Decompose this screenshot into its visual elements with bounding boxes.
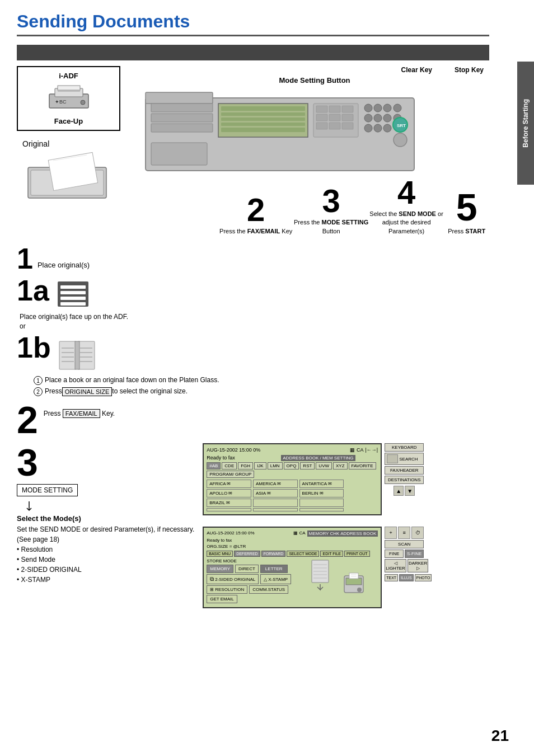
- lcd1-tab-fgh[interactable]: FGH: [238, 462, 253, 469]
- bullet4: • X-STAMP: [17, 576, 50, 584]
- lcd2-tab-forward[interactable]: FORWARD: [261, 551, 286, 557]
- lcd2-lighter-btn[interactable]: ◁ LIGHTER: [385, 559, 406, 572]
- lcd1-row3: BRAZIL ✉: [207, 499, 344, 507]
- svg-rect-43: [151, 104, 213, 112]
- lcd2-tab-select[interactable]: SELECT MODE: [287, 551, 319, 557]
- lcd2-darker-btn[interactable]: DARKER ▷: [407, 559, 428, 572]
- lcd2-direct-btn[interactable]: DIRECT: [235, 565, 259, 573]
- step1-number: 1: [17, 244, 33, 273]
- lcd2-letter-btn[interactable]: LETTER: [260, 565, 288, 573]
- step2-bold1: FAX/EMAIL: [247, 228, 280, 234]
- lcd2-fine-row: FINE S-FINE: [385, 550, 424, 558]
- svg-point-37: [374, 124, 382, 132]
- lcd1-cell-empty2: [299, 499, 344, 507]
- original-label: Original: [22, 139, 129, 148]
- lcd2-memory-btn[interactable]: MEMORY: [207, 565, 233, 573]
- lcd2-status: Ready to fax: [207, 538, 378, 543]
- lcd2-illus-icon[interactable]: ILLUS: [399, 574, 413, 581]
- step5-desc: Press START: [444, 227, 489, 236]
- lcd2-add-btn[interactable]: +: [385, 527, 397, 539]
- step2-content: Press FAX/EMAIL Key.: [44, 409, 115, 418]
- lcd2-commstatus-btn[interactable]: COMM.STATUS: [249, 585, 288, 594]
- lcd1-cell-africa[interactable]: AFRICA ✉: [207, 480, 251, 488]
- step2-area: 2 Press FAX/EMAIL Key.: [17, 401, 489, 439]
- lcd1-cell-berlin[interactable]: BERLIN ✉: [299, 489, 344, 497]
- lcd2-tab-edit[interactable]: EDIT FILE: [320, 551, 343, 557]
- lcd2-sidebar: + ≡ ⏱ SCAN FINE S-FINE ◁ LIGHTER DARKER …: [385, 527, 424, 581]
- lcd1-cell-asia[interactable]: ASIA ✉: [253, 489, 298, 497]
- step4-item: 4 Select the SEND MODE or adjust the des…: [369, 176, 444, 236]
- lcd2-scan-btn[interactable]: SCAN: [385, 540, 424, 548]
- lcd2-xstamp-btn[interactable]: △ X-STAMP: [260, 574, 291, 584]
- lcd1-tab-xyz[interactable]: XYZ: [333, 462, 348, 469]
- lcd1-status-text: Ready to fax: [207, 455, 235, 461]
- svg-point-34: [383, 114, 391, 122]
- lcd1-fax-header-btn[interactable]: FAX/HEADER: [385, 466, 424, 475]
- bullet2: • Send Mode: [17, 556, 55, 564]
- lcd1-tab-ijk[interactable]: IJK: [254, 462, 266, 469]
- lcd1-nav-arrows: ▲ ▼: [385, 486, 424, 496]
- lcd1-tab-fav[interactable]: FAVORITE: [349, 462, 376, 469]
- lcd2-sfine-btn[interactable]: S-FINE: [405, 550, 424, 558]
- step1b-instructions: 1 Place a book or an original face down …: [34, 376, 489, 396]
- page-title: Sending Documents: [17, 11, 489, 36]
- lcd1-tab-prog[interactable]: PROGRAM/ GROUP: [207, 471, 254, 478]
- svg-rect-20: [329, 106, 340, 112]
- lcd1-cell-antartica[interactable]: ANTARTICA ✉: [299, 480, 344, 488]
- mode-setting-label: Mode Setting Button: [140, 76, 489, 84]
- lcd2-fine-btn[interactable]: FINE: [385, 550, 404, 558]
- lcd2-remove-btn[interactable]: ≡: [398, 527, 410, 539]
- fax-email-button[interactable]: FAX/EMAIL: [63, 409, 100, 418]
- lcd2-tab-deferred[interactable]: DEFERRED: [234, 551, 260, 557]
- lcd2-tab-print[interactable]: PRINT OUT: [344, 551, 370, 557]
- lcd2-tab-basic[interactable]: BASIC MNU: [207, 551, 233, 557]
- lcd1-tab-cde[interactable]: CDE: [222, 462, 237, 469]
- lcd2-text-icon[interactable]: TEXT: [385, 574, 398, 581]
- step3-bold1: MODE SETTING: [322, 219, 369, 226]
- mode-setting-arrow: [22, 500, 36, 511]
- lcd1-search-btn[interactable]: SEARCH: [399, 457, 418, 462]
- select-mode-text1: Set the SEND MODE or desired Parameter(s…: [17, 525, 194, 533]
- lcd1-tab-uvw[interactable]: UVW: [316, 462, 332, 469]
- iadf-label: i-ADF: [22, 72, 115, 80]
- lcd2-resolution-btn[interactable]: ⊞ RESOLUTION: [207, 585, 247, 594]
- machine-labels: Clear Key Stop Key: [140, 66, 489, 74]
- original-size-button[interactable]: ORIGINAL SIZE: [62, 387, 113, 396]
- lcd1-tab-ab[interactable]: #AB: [207, 462, 221, 469]
- svg-rect-44: [151, 114, 213, 122]
- lcd1-search-area: SEARCH: [385, 453, 424, 465]
- svg-rect-25: [316, 123, 327, 129]
- lcd1: AUG-15-2002 15:00 0% ▦ CA |←→| Ready to …: [203, 443, 382, 515]
- lcd1-destinations-btn[interactable]: DESTINATIONS: [385, 476, 424, 484]
- step3-desc: Press the MODE SETTING Button: [293, 218, 368, 236]
- svg-point-33: [374, 114, 382, 122]
- svg-rect-15: [221, 118, 305, 121]
- lcd1-row1: AFRICA ✉ AMERICA ✉ ANTARTICA ✉: [207, 480, 344, 488]
- steps-row: 2 Press the FAX/EMAIL Key 3 Press the MO…: [140, 176, 489, 236]
- svg-rect-49: [60, 297, 86, 300]
- lcd1-cell-america[interactable]: AMERICA ✉: [253, 480, 298, 488]
- lcd2-sided-btn[interactable]: ⧉ 2-SIDED ORIGINAL: [207, 574, 259, 584]
- lcd2-getemail-btn[interactable]: GET EMAIL: [207, 595, 237, 603]
- svg-point-30: [383, 104, 391, 112]
- lcd1-cell-brazil[interactable]: BRAZIL ✉: [207, 499, 251, 507]
- lcd1-tab-rst[interactable]: RST: [300, 462, 315, 469]
- lcd1-datetime: AUG-15-2002 15:00 0%: [207, 447, 260, 453]
- lcd1-search-icon: [387, 454, 398, 463]
- lcd2-time-btn[interactable]: ⏱: [411, 527, 424, 539]
- lcd1-header: AUG-15-2002 15:00 0% ▦ CA |←→|: [207, 447, 378, 453]
- step1a-icon: [55, 279, 91, 311]
- lcd1-down-arrow[interactable]: ▼: [405, 486, 415, 496]
- lcd1-header-icons: ▦ CA |←→|: [350, 447, 378, 453]
- lcd2-2sided-text: 2-SIDED ORIGINAL: [215, 577, 255, 582]
- svg-rect-19: [316, 106, 327, 112]
- lcd2-arrows-top: + ≡ ⏱: [385, 527, 424, 539]
- svg-rect-16: [221, 123, 305, 126]
- lcd1-up-arrow[interactable]: ▲: [394, 486, 404, 496]
- lcd1-cell-apollo[interactable]: APOLLO ✉: [207, 489, 251, 497]
- lcd1-tab-lmn[interactable]: LMN: [268, 462, 283, 469]
- lcd1-tab-opq[interactable]: OPQ: [284, 462, 299, 469]
- lcd2-addr-btn: MEMORY CHK ADDRESS BOOK: [307, 530, 378, 537]
- lcd2-photo-icon[interactable]: PHOTO: [415, 574, 432, 581]
- lcd1-keyboard-btn[interactable]: KEYBOARD: [385, 443, 424, 452]
